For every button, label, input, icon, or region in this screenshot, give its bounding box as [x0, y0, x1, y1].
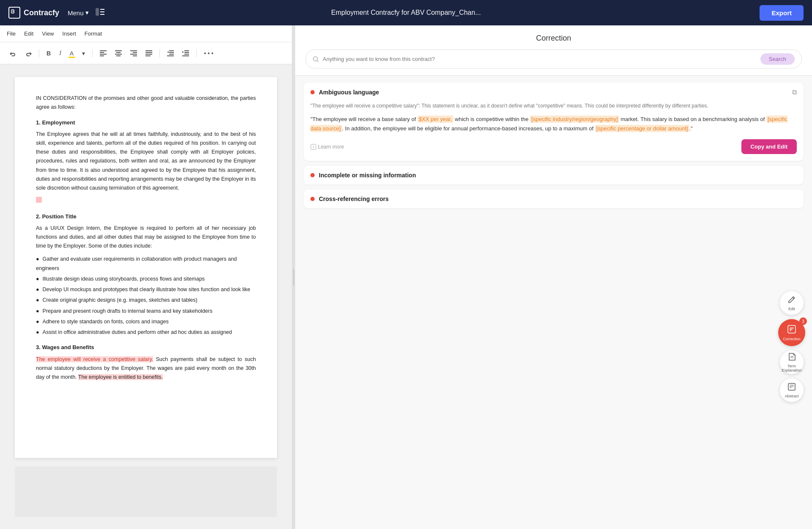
- svg-rect-45: [788, 383, 795, 390]
- fab-abstract-button[interactable]: Abstract: [780, 378, 804, 402]
- separator-4: [196, 49, 197, 58]
- highlight-button[interactable]: A: [67, 48, 77, 59]
- search-icon: [313, 56, 319, 63]
- align-right-button[interactable]: [127, 48, 140, 58]
- bold-button[interactable]: B: [44, 48, 54, 59]
- learn-more-link[interactable]: Learn more: [310, 144, 344, 150]
- main-layout: File Edit View Insert Format B I A ▾: [0, 25, 812, 529]
- svg-rect-19: [145, 50, 152, 51]
- menu-button[interactable]: Menu ▾: [68, 9, 89, 17]
- menu-view[interactable]: View: [42, 30, 54, 37]
- search-container: Search: [305, 50, 802, 69]
- svg-rect-29: [184, 50, 189, 51]
- indent-button[interactable]: [179, 48, 192, 58]
- correction-badge: 3: [799, 317, 807, 325]
- brand-logo[interactable]: Contracfy: [8, 7, 59, 19]
- svg-rect-18: [133, 55, 137, 56]
- card-body-ambiguous: "The employee will receive a competitive…: [304, 102, 804, 161]
- card-title-ambiguous: Ambiguous language: [319, 89, 379, 96]
- svg-rect-7: [100, 50, 107, 51]
- card-title-incomplete: Incomplete or missing information: [319, 172, 416, 179]
- svg-rect-24: [169, 50, 174, 51]
- fab-term-label: Term Explanation: [780, 364, 804, 372]
- card-header-incomplete[interactable]: Incomplete or missing information: [304, 166, 804, 185]
- card-quote-ambiguous: "The employee will receive a base salary…: [310, 115, 797, 133]
- separator-3: [159, 49, 160, 58]
- document-panel: File Edit View Insert Format B I A ▾: [0, 25, 292, 529]
- svg-rect-27: [167, 55, 174, 56]
- svg-rect-21: [145, 54, 152, 55]
- svg-rect-14: [116, 55, 121, 56]
- svg-rect-11: [115, 50, 122, 51]
- duties-list: Gather and evaluate user requirements in…: [36, 255, 256, 337]
- menu-file[interactable]: File: [7, 30, 16, 37]
- formatting-toolbar: B I A ▾: [0, 42, 292, 64]
- list-item: Adhere to style standards on fonts, colo…: [36, 317, 256, 326]
- search-input[interactable]: [323, 56, 757, 62]
- menu-toolbar: File Edit View Insert Format: [0, 25, 292, 42]
- list-item: Illustrate design ideas using storyboard…: [36, 275, 256, 284]
- card-header-ambiguous[interactable]: Ambiguous language ⧉: [304, 83, 804, 102]
- list-item: Gather and evaluate user requirements in…: [36, 255, 256, 273]
- svg-rect-22: [145, 55, 151, 56]
- correction-card-incomplete: Incomplete or missing information: [304, 166, 804, 185]
- menu-insert[interactable]: Insert: [62, 30, 76, 37]
- export-button[interactable]: Export: [760, 5, 804, 21]
- correction-card-ambiguous: Ambiguous language ⧉ "The employee will …: [304, 83, 804, 161]
- svg-point-36: [313, 145, 313, 146]
- card-title-crossref: Cross-referencing errors: [319, 196, 389, 202]
- card-copy-icon-ambiguous[interactable]: ⧉: [792, 88, 797, 96]
- undo-button[interactable]: [7, 48, 19, 59]
- svg-marker-28: [182, 51, 184, 53]
- menu-edit[interactable]: Edit: [24, 30, 33, 37]
- panel-divider[interactable]: [292, 25, 295, 529]
- highlighted-salary-text: The employee will receive a competitive …: [36, 356, 153, 362]
- fab-correction-wrap: Correction 3: [778, 319, 805, 346]
- top-navigation: Contracfy Menu ▾ Employment Contracfy fo…: [0, 0, 812, 25]
- svg-rect-8: [100, 52, 104, 53]
- svg-line-38: [793, 298, 794, 299]
- highlighted-benefits-text: The employee is entitled to benefits.: [78, 374, 163, 380]
- italic-button[interactable]: I: [56, 48, 64, 59]
- correction-panel-title: Correction: [305, 34, 802, 43]
- svg-rect-31: [184, 54, 189, 55]
- corrections-list: Ambiguous language ⧉ "The employee will …: [295, 76, 812, 529]
- svg-rect-3: [96, 8, 99, 16]
- list-item: Prepare and present rough drafts to inte…: [36, 307, 256, 316]
- align-left-button[interactable]: [97, 48, 110, 58]
- more-options-button[interactable]: • • •: [201, 48, 216, 59]
- separator-2: [92, 49, 93, 58]
- svg-rect-13: [115, 54, 122, 55]
- section1-body: The Employee agrees that he will at all …: [36, 130, 256, 193]
- section1-title: 1. Employment: [36, 118, 256, 127]
- highlight-dropdown[interactable]: ▾: [79, 48, 88, 59]
- justify-button[interactable]: [143, 48, 155, 58]
- document-page: IN CONSIDERATION of the promises and oth…: [15, 77, 277, 458]
- red-dot-crossref: [310, 197, 315, 201]
- redo-button[interactable]: [22, 48, 35, 59]
- doc-intro: IN CONSIDERATION of the promises and oth…: [36, 94, 256, 112]
- correction-fab-icon: [787, 325, 796, 336]
- search-button[interactable]: Search: [760, 53, 795, 65]
- dollar-highlight: $XX per year,: [417, 116, 453, 123]
- svg-rect-25: [169, 52, 174, 53]
- menu-format[interactable]: Format: [85, 30, 102, 37]
- red-dot-ambiguous: [310, 90, 315, 94]
- document-title: Employment Contracfy for ABV Company_Cha…: [331, 9, 481, 17]
- sidebar-toggle-button[interactable]: [96, 8, 105, 18]
- fab-term-button[interactable]: Term Explanation: [780, 350, 804, 374]
- fab-edit-button[interactable]: Edit: [780, 291, 804, 315]
- align-center-button[interactable]: [112, 48, 125, 58]
- svg-rect-17: [130, 54, 137, 55]
- svg-rect-9: [100, 54, 107, 55]
- outdent-button[interactable]: [164, 48, 177, 58]
- floating-actions: Edit Correction 3 Term Exp: [778, 291, 805, 402]
- copy-edit-button[interactable]: Copy and Edit: [741, 139, 797, 154]
- fab-abstract-label: Abstract: [785, 394, 798, 398]
- term-fab-icon: [787, 353, 796, 363]
- svg-rect-16: [133, 52, 137, 53]
- card-footer-ambiguous: Learn more Copy and Edit: [310, 139, 797, 154]
- brand-icon: [8, 7, 20, 19]
- info-icon: [310, 144, 316, 150]
- card-header-crossref[interactable]: Cross-referencing errors: [304, 190, 804, 208]
